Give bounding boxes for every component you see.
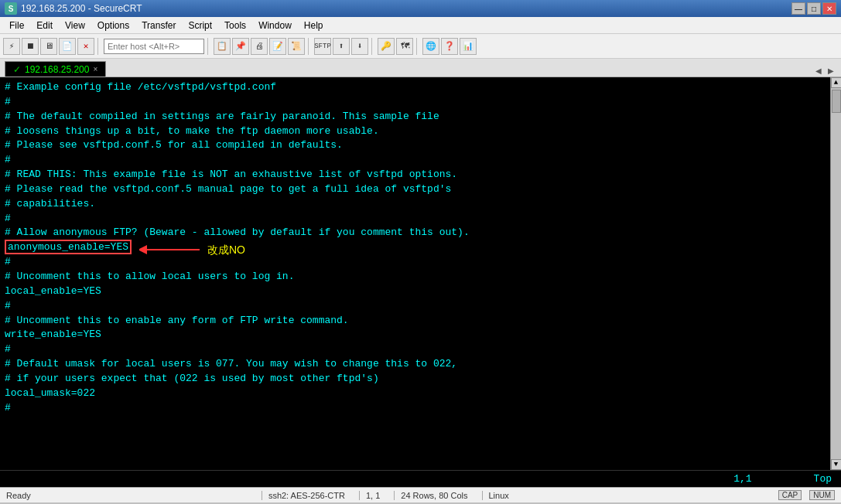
window-controls: — □ ✕	[791, 2, 836, 15]
toolbar-separator-2	[207, 38, 210, 55]
terminal-line: #	[5, 95, 826, 110]
tab-label: 192.168.25.200	[25, 64, 89, 75]
position-line: 1,1 Top	[0, 470, 841, 487]
menu-script[interactable]: Script	[182, 17, 218, 33]
tb-btn-cancel[interactable]: ✕	[77, 38, 94, 55]
terminal-line: # READ THIS: This example file is NOT an…	[5, 168, 826, 182]
window-title: 192.168.25.200 - SecureCRT	[21, 3, 791, 14]
terminal[interactable]: # Example config file /etc/vsftpd/vsftpd…	[0, 77, 830, 470]
terminal-line: local_enable=YES	[5, 284, 826, 299]
status-cursor: 1, 1	[359, 491, 386, 500]
terminal-line: # loosens things up a bit, to make the f…	[5, 124, 826, 139]
terminal-line: #	[5, 342, 826, 357]
tab-check-icon: ✓	[13, 64, 21, 75]
terminal-line: # Please read the vsftpd.conf.5 manual p…	[5, 182, 826, 197]
scroll-thumb[interactable]	[832, 90, 841, 113]
host-input[interactable]	[104, 39, 204, 54]
scroll-position: Top	[814, 473, 832, 485]
tb-btn-help[interactable]: ❓	[441, 38, 458, 55]
toolbar-separator-5	[416, 38, 419, 55]
menu-edit[interactable]: Edit	[30, 17, 59, 33]
terminal-line: #	[5, 255, 826, 270]
terminal-area: # Example config file /etc/vsftpd/vsftpd…	[0, 77, 841, 470]
menu-help[interactable]: Help	[298, 17, 330, 33]
tab-active[interactable]: ✓ 192.168.25.200 ×	[5, 61, 106, 77]
tb-btn-sftp[interactable]: SFTP	[314, 38, 331, 55]
toolbar: ⚡ ⏹ 🖥 📄 ✕ 📋 📌 🖨 📝 📜 SFTP ⬆ ⬇ 🔑 🗺 🌐 ❓ 📊	[0, 34, 841, 59]
tb-btn-map[interactable]: 🗺	[396, 38, 413, 55]
terminal-content: # Example config file /etc/vsftpd/vsftpd…	[5, 80, 826, 415]
status-dimensions: 24 Rows, 80 Cols	[394, 491, 473, 500]
terminal-line: #	[5, 212, 826, 226]
terminal-line: # Allow anonymous FTP? (Beware - allowed…	[5, 226, 826, 240]
terminal-line: write_enable=YES	[5, 328, 826, 342]
tb-btn-key[interactable]: 🔑	[378, 38, 395, 55]
tb-btn-log[interactable]: 📝	[269, 38, 286, 55]
app-icon: S	[5, 2, 17, 15]
menu-options[interactable]: Options	[91, 17, 135, 33]
terminal-line: # The default compiled in settings are f…	[5, 110, 826, 124]
maximize-button[interactable]: □	[807, 2, 821, 15]
menu-file[interactable]: File	[3, 17, 30, 33]
titlebar: S 192.168.25.200 - SecureCRT — □ ✕	[0, 0, 841, 17]
tb-btn-scroll[interactable]: 📜	[288, 38, 305, 55]
menu-window[interactable]: Window	[252, 17, 298, 33]
status-ready: Ready	[6, 491, 254, 500]
terminal-line: anonymous_enable=YES	[5, 240, 826, 255]
status-num: NUM	[809, 490, 835, 500]
scroll-down-button[interactable]: ▼	[831, 459, 842, 470]
tabbar: ✓ 192.168.25.200 × ◀ ▶	[0, 59, 841, 77]
tb-btn-copy[interactable]: 📋	[214, 38, 231, 55]
tab-arrow-left[interactable]: ◀	[813, 66, 824, 75]
scrollbar[interactable]: ▲ ▼	[830, 77, 841, 470]
toolbar-separator-3	[308, 38, 311, 55]
tb-btn-print[interactable]: 🖨	[251, 38, 268, 55]
terminal-line: # if your users expect that (022 is used…	[5, 372, 826, 387]
terminal-line: # Example config file /etc/vsftpd/vsftpd…	[5, 80, 826, 95]
menu-tools[interactable]: Tools	[218, 17, 252, 33]
toolbar-separator-1	[97, 38, 101, 55]
status-cap: CAP	[778, 490, 802, 500]
terminal-line: #	[5, 401, 826, 416]
tab-close-button[interactable]: ×	[93, 65, 97, 73]
tb-btn-disconnect[interactable]: ⏹	[22, 38, 39, 55]
tb-btn-clone[interactable]: 📄	[59, 38, 76, 55]
terminal-line: # Please see vsftpd.conf.5 for all compi…	[5, 138, 826, 153]
highlighted-line: anonymous_enable=YES	[5, 240, 132, 254]
cursor-position: 1,1	[733, 473, 751, 485]
tb-btn-paste[interactable]: 📌	[232, 38, 249, 55]
menu-view[interactable]: View	[59, 17, 91, 33]
menu-transfer[interactable]: Transfer	[135, 17, 182, 33]
status-os: Linux	[482, 491, 515, 500]
tb-btn-xmodem[interactable]: ⬆	[333, 38, 350, 55]
terminal-line: # Uncomment this to allow local users to…	[5, 270, 826, 284]
scroll-up-button[interactable]: ▲	[831, 77, 842, 88]
tb-btn-ymodem[interactable]: ⬇	[351, 38, 368, 55]
minimize-button[interactable]: —	[791, 2, 805, 15]
tb-btn-connect[interactable]: ⚡	[3, 38, 20, 55]
terminal-line: # Uncomment this to enable any form of F…	[5, 314, 826, 329]
toolbar-separator-4	[371, 38, 374, 55]
tb-btn-web[interactable]: 🌐	[422, 38, 439, 55]
terminal-line: # Default umask for local users is 077. …	[5, 357, 826, 372]
menubar: File Edit View Options Transfer Script T…	[0, 17, 841, 34]
tb-btn-extra[interactable]: 📊	[460, 38, 477, 55]
terminal-line: local_umask=022	[5, 387, 826, 401]
statusbar: Ready ssh2: AES-256-CTR 1, 1 24 Rows, 80…	[0, 487, 841, 502]
tabbar-arrows: ◀ ▶	[813, 66, 836, 77]
status-encryption: ssh2: AES-256-CTR	[262, 491, 351, 500]
terminal-line: # capabilities.	[5, 197, 826, 212]
tb-btn-reconnect[interactable]: 🖥	[40, 38, 57, 55]
tab-arrow-right[interactable]: ▶	[826, 66, 836, 75]
terminal-line: #	[5, 153, 826, 168]
terminal-line: #	[5, 299, 826, 314]
close-button[interactable]: ✕	[822, 2, 836, 15]
